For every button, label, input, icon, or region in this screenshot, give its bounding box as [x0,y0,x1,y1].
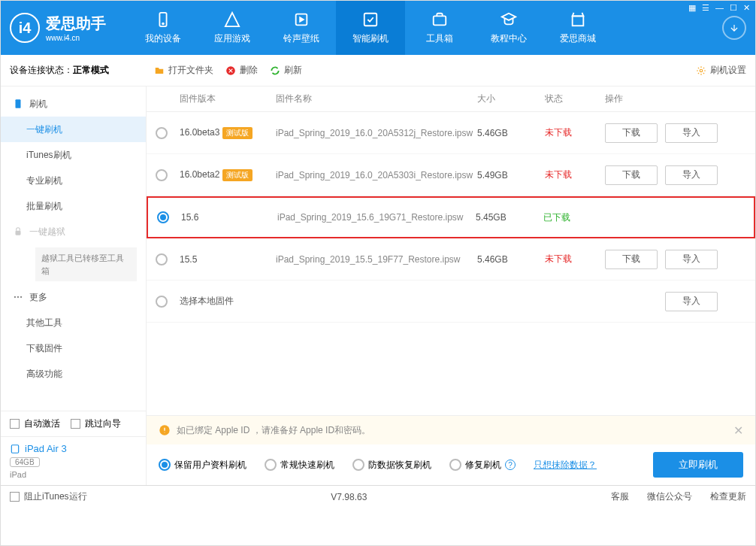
sidebar-itunes-flash[interactable]: iTunes刷机 [1,142,146,168]
table-header: 固件版本 固件名称 大小 状态 操作 [147,86,755,112]
download-button[interactable]: 下载 [605,250,658,269]
logo-subtitle: www.i4.cn [46,34,106,42]
cell-status: 已下载 [543,211,603,224]
firmware-row[interactable]: 16.0beta2测试版 iPad_Spring_2019_16.0_20A53… [147,154,755,196]
local-firmware-row[interactable]: 选择本地固件 导入 [147,281,755,323]
cell-name: iPad_Spring_2019_15.6_19G71_Restore.ipsw [277,212,476,223]
svg-point-7 [700,69,703,72]
row-radio[interactable] [157,211,169,223]
flash-now-button[interactable]: 立即刷机 [653,452,743,478]
cell-local-firmware: 选择本地固件 [177,295,477,308]
maximize-icon[interactable]: ☐ [730,3,737,13]
erase-link[interactable]: 只想抹除数据？ [534,459,597,472]
minimize-icon[interactable]: — [715,3,724,13]
cell-version: 15.5 [177,254,276,265]
cell-version: 16.0beta3测试版 [177,127,276,139]
block-itunes-checkbox[interactable]: 阻止iTunes运行 [10,490,87,503]
cell-status: 未下载 [545,168,605,181]
sidebar: 刷机 一键刷机 iTunes刷机 专业刷机 批量刷机 一键越狱 越狱工具已转移至… [1,86,147,485]
main-panel: 固件版本 固件名称 大小 状态 操作 16.0beta3测试版 iPad_Spr… [147,86,755,485]
close-icon[interactable]: ✕ [743,3,750,13]
opt-anti-recover[interactable]: 防数据恢复刷机 [352,459,431,472]
import-button[interactable]: 导入 [665,123,718,143]
row-radio[interactable] [156,169,168,181]
svg-point-1 [162,23,164,24]
row-radio[interactable] [156,127,168,139]
svg-rect-5 [573,16,584,26]
status-prefix: 设备连接状态： [10,65,73,75]
opt-normal[interactable]: 常规快速刷机 [265,459,334,472]
refresh-button[interactable]: 刷新 [270,64,302,77]
col-size: 大小 [477,93,545,105]
svg-rect-9 [16,231,21,235]
sidebar-download-firmware[interactable]: 下载固件 [1,335,146,361]
cell-version: 16.0beta2测试版 [177,169,276,181]
help-icon[interactable]: ? [505,460,516,470]
import-button[interactable]: 导入 [665,250,718,269]
sidebar-more[interactable]: 更多 [1,284,146,310]
menu-icon[interactable]: ☰ [702,3,709,13]
import-button[interactable]: 导入 [665,165,718,185]
flash-settings-button[interactable]: 刷机设置 [696,64,746,77]
svg-rect-13 [11,444,18,453]
device-type: iPad [10,470,137,479]
cell-size: 5.46GB [477,128,545,138]
logo-icon: i4 [10,13,40,43]
nav-apps[interactable]: 应用游戏 [198,1,267,55]
import-button[interactable]: 导入 [665,292,718,311]
svg-point-10 [14,296,16,298]
footer-wechat[interactable]: 微信公众号 [647,490,692,503]
nav-tutorials[interactable]: 教程中心 [474,1,543,55]
cell-name: iPad_Spring_2019_16.0_20A5312j_Restore.i… [276,128,477,138]
device-info: iPad Air 3 64GB iPad [1,436,146,485]
download-button[interactable]: 下载 [605,123,658,143]
nav-my-device[interactable]: 我的设备 [129,1,198,55]
svg-point-12 [20,296,22,298]
footer-update[interactable]: 检查更新 [710,490,746,503]
cell-size: 5.46GB [477,254,545,265]
logo: i4 爱思助手 www.i4.cn [10,13,106,43]
firmware-row[interactable]: 15.5 iPad_Spring_2019_15.5_19F77_Restore… [147,238,755,281]
row-radio[interactable] [156,296,168,308]
header-dropdown[interactable] [722,16,746,40]
opt-keep-data[interactable]: 保留用户资料刷机 [159,459,246,472]
beta-badge: 测试版 [222,169,253,181]
firmware-row[interactable]: 15.6 iPad_Spring_2019_15.6_19G71_Restore… [147,196,755,238]
col-action: 操作 [605,93,755,105]
logo-title: 爱思助手 [46,14,106,34]
device-name[interactable]: iPad Air 3 [10,443,137,454]
skip-guide-checkbox[interactable]: 跳过向导 [71,417,121,430]
sidebar-flash[interactable]: 刷机 [1,91,146,117]
sidebar-batch-flash[interactable]: 批量刷机 [1,193,146,219]
sidebar-oneclick-flash[interactable]: 一键刷机 [1,117,146,142]
sidebar-jailbreak: 一键越狱 [1,219,146,244]
notice-close-icon[interactable]: ✕ [733,423,743,438]
firmware-row[interactable]: 16.0beta3测试版 iPad_Spring_2019_16.0_20A53… [147,112,755,154]
col-name: 固件名称 [276,93,477,105]
cell-version: 15.6 [178,212,277,223]
version-label: V7.98.63 [331,492,367,502]
nav-flash[interactable]: 智能刷机 [336,1,405,55]
download-button[interactable]: 下载 [605,165,658,185]
cell-status: 未下载 [545,126,605,139]
nav-store[interactable]: 爱思商城 [543,1,612,55]
svg-rect-8 [16,99,21,108]
sidebar-advanced[interactable]: 高级功能 [1,361,146,387]
cell-size: 5.45GB [476,212,543,223]
auto-activate-checkbox[interactable]: 自动激活 [10,417,60,430]
open-folder-button[interactable]: 打开文件夹 [154,64,213,77]
header: i4 爱思助手 www.i4.cn 我的设备 应用游戏 铃声壁纸 智能刷机 工具… [1,1,755,55]
subheader: 设备连接状态：正常模式 打开文件夹 删除 刷新 刷机设置 [1,55,755,86]
opt-repair[interactable]: 修复刷机? [449,459,516,472]
delete-button[interactable]: 删除 [225,64,258,77]
sidebar-other-tools[interactable]: 其他工具 [1,310,146,335]
device-storage: 64GB [10,457,40,467]
row-radio[interactable] [156,253,168,265]
footer-support[interactable]: 客服 [611,490,629,503]
nav-toolbox[interactable]: 工具箱 [405,1,474,55]
cell-name: iPad_Spring_2019_16.0_20A5303i_Restore.i… [276,170,477,180]
sidebar-pro-flash[interactable]: 专业刷机 [1,168,146,193]
nav-ringtones[interactable]: 铃声壁纸 [267,1,336,55]
grid-icon[interactable]: ▦ [688,3,696,13]
cell-status: 未下载 [545,253,605,265]
